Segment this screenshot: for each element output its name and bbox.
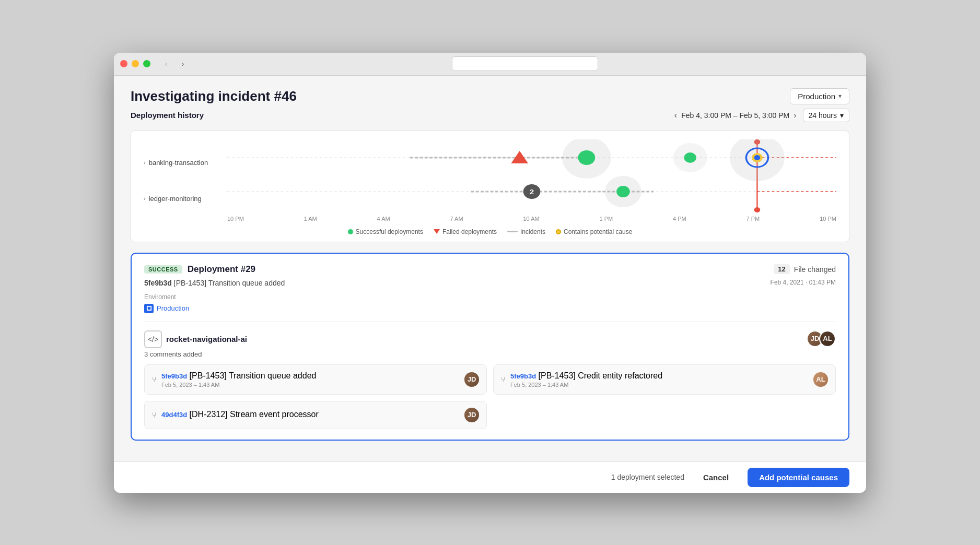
commit-item-2: ⑂ 5fe9b3d [PB-1453] Credit entity refact… — [493, 364, 836, 395]
commit-msg-3: [DH-2312] Stream event processor — [190, 410, 319, 419]
close-button[interactable] — [120, 60, 127, 67]
date-range: ‹ Feb 4, 3:00 PM – Feb 5, 3:00 PM › — [674, 111, 797, 120]
svg-point-11 — [578, 150, 596, 165]
titlebar: ‹ › — [114, 53, 866, 76]
page-header: Investigating incident #46 Production ▾ — [131, 88, 849, 104]
search-input[interactable] — [452, 56, 598, 71]
commit-line-2: 5fe9b3d [PB-1453] Credit entity refactor… — [510, 371, 808, 381]
commit-msg-1: [PB-1453] Transition queue added — [190, 371, 317, 380]
chart-x-axis: 10 PM 1 AM 4 AM 7 AM 10 AM 1 PM 4 PM 7 P… — [227, 212, 836, 222]
commit-hash-link-2[interactable]: 5fe9b3d — [510, 372, 536, 380]
chart-svg: 2 — [227, 139, 836, 212]
commit-date-2: Feb 5, 2023 – 1:43 AM — [510, 382, 808, 388]
card-title: Deployment #29 — [188, 264, 255, 275]
card-subtitle: 5fe9b3d [PB-1453] Transition queue added — [144, 279, 285, 287]
commit-msg-2: [PB-1453] Credit entity refactored — [539, 371, 662, 380]
maximize-button[interactable] — [143, 60, 150, 67]
time-range-chevron: ▾ — [840, 111, 844, 120]
repo-left: </> rocket-navigational-ai 3 comments ad… — [144, 330, 247, 358]
cancel-button[interactable]: Cancel — [695, 469, 737, 486]
file-changed-label: File changed — [794, 265, 836, 274]
deployment-card: SUCCESS Deployment #29 12 File changed 5… — [131, 253, 849, 441]
time-controls: ‹ Feb 4, 3:00 PM – Feb 5, 3:00 PM › 24 h… — [674, 109, 849, 122]
card-divider — [144, 322, 836, 322]
svg-text:2: 2 — [530, 188, 534, 196]
card-title-row: SUCCESS Deployment #29 — [144, 264, 255, 275]
commit-branch-icon-3: ⑂ — [152, 411, 156, 419]
back-button[interactable]: ‹ — [159, 57, 173, 70]
chart-label-ledger[interactable]: › ledger-monitoring — [144, 183, 227, 214]
legend-incidents: Incidents — [507, 228, 545, 235]
x-label-3: 7 AM — [450, 216, 463, 222]
svg-point-21 — [616, 186, 630, 197]
x-label-0: 10 PM — [227, 216, 244, 222]
commit-avatar-2: AL — [813, 372, 828, 387]
commit-avatar-1: JD — [464, 372, 479, 387]
app-window: ‹ › Investigating incident #46 Productio… — [114, 53, 866, 493]
commit-info-2: 5fe9b3d [PB-1453] Credit entity refactor… — [510, 371, 808, 388]
expand-arrow-icon: › — [144, 195, 146, 202]
commit-person-1: JD — [464, 372, 479, 387]
production-icon — [144, 304, 154, 313]
contributor-avatars: JD AL — [807, 330, 836, 347]
code-icon: </> — [144, 330, 162, 348]
commit-branch-icon-2: ⑂ — [501, 375, 505, 384]
chart-legend: Successful deployments Failed deployment… — [144, 228, 836, 235]
deployment-history-header: Deployment history ‹ Feb 4, 3:00 PM – Fe… — [131, 109, 849, 122]
avatar-person-2: AL — [820, 331, 835, 346]
legend-successful: Successful deployments — [348, 228, 423, 235]
commit-info-1: 5fe9b3d [PB-1453] Transition queue added… — [161, 371, 459, 388]
banking-label: banking-transaction — [149, 159, 208, 167]
legend-potential-label: Contains potential cause — [564, 228, 632, 235]
search-bar — [190, 56, 860, 71]
legend-incidents-label: Incidents — [520, 228, 545, 235]
env-name: Production — [157, 304, 189, 312]
card-commit-message: [PB-1453] Transition queue added — [174, 279, 285, 287]
x-label-5: 1 PM — [600, 216, 613, 222]
commit-line-1: 5fe9b3d [PB-1453] Transition queue added — [161, 371, 459, 381]
deployment-history-title: Deployment history — [131, 111, 204, 120]
incidents-line-icon — [507, 231, 518, 232]
bottom-bar: 1 deployment selected Cancel Add potenti… — [114, 461, 866, 493]
commit-line-3: 49d4f3d [DH-2312] Stream event processor — [161, 410, 459, 419]
legend-failed: Failed deployments — [434, 228, 497, 235]
nav-arrows: ‹ › — [159, 57, 190, 70]
legend-successful-label: Successful deployments — [356, 228, 423, 235]
commit-hash-link-3[interactable]: 49d4f3d — [161, 411, 187, 419]
expand-arrow-icon: › — [144, 159, 146, 165]
deployment-chart: › banking-transaction › ledger-monitorin… — [131, 131, 849, 242]
successful-dot-icon — [348, 229, 353, 234]
x-label-7: 7 PM — [746, 216, 760, 222]
svg-point-13 — [684, 152, 696, 163]
card-commit-info: 5fe9b3d [PB-1453] Transition queue added — [144, 279, 285, 293]
prev-date-button[interactable]: ‹ — [674, 111, 677, 120]
card-date: Feb 4, 2021 · 01:43 PM — [771, 279, 836, 286]
svg-point-4 — [754, 207, 761, 212]
success-badge: SUCCESS — [144, 265, 182, 274]
x-label-6: 4 PM — [673, 216, 686, 222]
commit-person-2: AL — [813, 372, 828, 387]
commit-info-3: 49d4f3d [DH-2312] Stream event processor — [161, 410, 459, 420]
x-label-2: 4 AM — [377, 216, 390, 222]
commit-item-3: ⑂ 49d4f3d [DH-2312] Stream event process… — [144, 401, 487, 429]
comments-count: 3 comments added — [144, 350, 247, 358]
env-dropdown-label: Production — [798, 92, 835, 101]
commit-avatar-3: JD — [464, 408, 479, 422]
add-potential-causes-button[interactable]: Add potential causes — [748, 468, 849, 487]
failed-triangle-icon — [434, 229, 440, 234]
repo-name: rocket-navigational-ai — [166, 335, 247, 343]
ledger-label: ledger-monitoring — [149, 195, 202, 203]
environment-dropdown[interactable]: Production ▾ — [790, 88, 849, 104]
next-date-button[interactable]: › — [794, 111, 796, 120]
chart-label-banking[interactable]: › banking-transaction — [144, 147, 227, 178]
date-range-label: Feb 4, 3:00 PM – Feb 5, 3:00 PM — [681, 111, 789, 120]
x-label-8: 10 PM — [820, 216, 836, 222]
chart-area: 2 10 PM 1 AM 4 AM 7 AM 10 AM — [227, 139, 836, 222]
chart-body: › banking-transaction › ledger-monitorin… — [144, 139, 836, 222]
commit-date-1: Feb 5, 2023 – 1:43 AM — [161, 382, 459, 388]
commit-hash-link-1[interactable]: 5fe9b3d — [161, 372, 187, 380]
commit-branch-icon-1: ⑂ — [152, 375, 156, 384]
minimize-button[interactable] — [132, 60, 139, 67]
forward-button[interactable]: › — [176, 57, 190, 70]
time-range-dropdown[interactable]: 24 hours ▾ — [803, 109, 849, 122]
